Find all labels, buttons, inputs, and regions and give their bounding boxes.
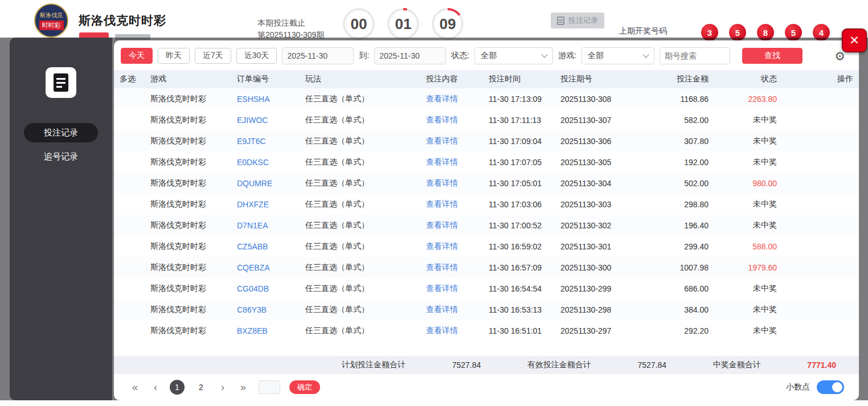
order-id-link[interactable]: C86Y3B [237,305,305,314]
document-icon [557,17,564,25]
gear-icon[interactable]: ⚙ [834,50,845,62]
view-details-link[interactable]: 查看详情 [426,94,489,104]
cell-status: 未中奖 [709,220,777,231]
cell-period: 20251130-302 [560,221,641,230]
cell-play: 任三直选（单式） [305,199,426,210]
last-draw-label: 上期开奖号码 [619,26,667,36]
cell-time: 11-30 17:09:04 [489,137,560,146]
cell-amount: 686.00 [641,284,709,293]
order-id-link[interactable]: E9JT6C [237,137,305,146]
column-header-time: 投注时间 [489,74,560,84]
range-7days-button[interactable]: 近7天 [195,48,231,64]
page-2-button[interactable]: 2 [194,380,208,395]
page-1-button[interactable]: 1 [170,380,185,395]
chevron-down-icon [642,51,649,58]
game-select[interactable]: 全部 [582,47,654,64]
cell-game: 斯洛伐克时时彩 [150,178,237,188]
table-body: 斯洛伐克时时彩 ESHSHA 任三直选（单式） 查看详情 11-30 17:13… [114,88,859,356]
next-page-button[interactable]: › [218,381,228,394]
range-30days-button[interactable]: 近30天 [236,48,277,64]
plan-total-label: 计划投注金额合计 [342,360,406,370]
decimal-toggle[interactable] [817,380,844,394]
cell-time: 11-30 16:53:13 [489,305,560,314]
cell-play: 任三直选（单式） [305,241,426,252]
logo-text-top: 斯洛伐克 [40,11,63,19]
cell-status: 2263.80 [709,95,777,104]
cell-time: 11-30 17:05:01 [489,179,560,188]
cell-time: 11-30 17:13:09 [489,95,560,104]
cell-period: 20251130-304 [560,179,641,188]
cell-status: 未中奖 [709,326,777,336]
bet-records-button[interactable]: 投注记录 [551,13,604,28]
order-id-link[interactable]: DQUMRE [237,179,305,188]
cell-time: 11-30 17:11:13 [489,116,560,125]
cell-time: 11-30 16:51:01 [489,326,560,335]
confirm-page-button[interactable]: 确定 [289,380,320,394]
cell-amount: 1007.98 [641,263,709,272]
view-details-link[interactable]: 查看详情 [426,115,489,125]
table-row: 斯洛伐克时时彩 BXZ8EB 任三直选（单式） 查看详情 11-30 16:51… [114,320,859,341]
order-id-link[interactable]: EJIWOC [237,116,305,125]
filter-bar: 今天 昨天 近7天 近30天 到: 状态: 全部 游戏: 全部 查找 ⚙ [114,40,859,70]
order-id-link[interactable]: CZ5ABB [237,242,305,251]
first-page-button[interactable]: « [129,381,141,394]
cell-status: 未中奖 [709,136,777,146]
cell-amount: 307.80 [641,137,709,146]
view-details-link[interactable]: 查看详情 [426,136,489,146]
view-details-link[interactable]: 查看详情 [426,326,489,336]
cell-play: 任三直选（单式） [305,263,426,273]
view-details-link[interactable]: 查看详情 [426,305,489,315]
sidebar-item-chase-records[interactable]: 追号记录 [24,147,98,166]
view-details-link[interactable]: 查看详情 [426,178,489,188]
order-id-link[interactable]: E0DKSC [237,158,305,167]
view-details-link[interactable]: 查看详情 [426,241,489,252]
view-details-link[interactable]: 查看详情 [426,263,489,273]
last-page-button[interactable]: » [237,381,249,394]
date-to-input[interactable] [374,47,446,64]
cell-time: 11-30 16:54:54 [489,284,560,293]
cell-game: 斯洛伐克时时彩 [150,241,237,252]
column-header-play: 玩法 [305,74,426,84]
order-id-link[interactable]: D7N1EA [237,221,305,230]
countdown-timer: 00 01 09 [343,8,464,40]
table-row: 斯洛伐克时时彩 EJIWOC 任三直选（单式） 查看详情 11-30 17:11… [114,109,859,130]
range-yesterday-button[interactable]: 昨天 [158,48,190,64]
sidebar-item-label: 投注记录 [44,128,78,138]
cell-play: 任三直选（单式） [305,136,426,146]
cell-period: 20251130-297 [560,326,641,335]
page-jump-input[interactable] [259,380,280,394]
date-from-input[interactable] [282,47,354,64]
screen: 斯洛伐克 时时彩 斯洛伐克时时彩 本期投注截止 第20251130-309期 0… [0,0,868,406]
search-button[interactable]: 查找 [742,48,803,64]
view-details-link[interactable]: 查看详情 [426,284,489,294]
valid-total-label: 有效投注金额合计 [527,360,591,370]
close-button[interactable]: ✕ [842,28,867,52]
cell-amount: 1168.86 [641,95,709,104]
order-id-link[interactable]: CG04DB [237,284,305,293]
cell-status: 1979.60 [709,263,777,272]
view-details-link[interactable]: 查看详情 [426,157,489,167]
cell-status: 未中奖 [709,305,777,315]
order-id-link[interactable]: CQEBZA [237,263,305,272]
order-id-link[interactable]: DHXFZE [237,200,305,209]
cell-period: 20251130-305 [560,158,641,167]
order-id-link[interactable]: BXZ8EB [237,326,305,335]
cell-play: 任三直选（单式） [305,326,426,336]
view-details-link[interactable]: 查看详情 [426,199,489,210]
order-id-link[interactable]: ESHSHA [237,95,305,104]
table-row: 斯洛伐克时时彩 C86Y3B 任三直选（单式） 查看详情 11-30 16:53… [114,299,859,320]
deadline-label: 本期投注截止 [257,18,305,28]
view-details-link[interactable]: 查看详情 [426,220,489,231]
sidebar-item-bet-records[interactable]: 投注记录 [24,123,98,142]
game-label: 游戏: [558,51,576,61]
prev-page-button[interactable]: ‹ [150,381,161,394]
cell-status: 未中奖 [709,115,777,125]
brand-logo: 斯洛伐克 时时彩 [34,3,68,38]
table-row: 斯洛伐克时时彩 D7N1EA 任三直选（单式） 查看详情 11-30 17:00… [114,215,859,236]
range-today-button[interactable]: 今天 [121,48,153,64]
status-select[interactable]: 全部 [474,47,553,64]
cell-amount: 299.40 [641,242,709,251]
valid-total-value: 7527.84 [637,360,666,370]
cell-amount: 384.00 [641,305,709,314]
period-search-input[interactable] [660,47,730,64]
